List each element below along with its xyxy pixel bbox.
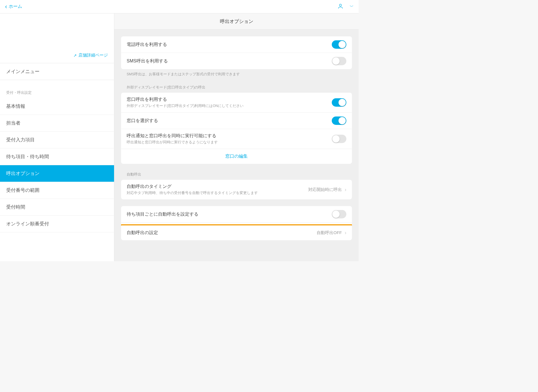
- topbar: ‹ ホーム ﹀: [0, 0, 359, 13]
- row-sub: 対応中タブ利用時、待ち中の受付番号を自動で呼出するタイミングを変更します: [127, 191, 308, 195]
- row-per-item-auto-call: 待ち項目ごとに自動呼出を設定する: [121, 206, 352, 223]
- row-window-call: 窓口呼出を利用する 外部ディスプレイモード(窓口呼出タイプ)利用時にはONにして…: [121, 93, 352, 113]
- row-title: 呼出通知と窓口呼出を同時に実行可能にする: [127, 133, 332, 139]
- card-auto-call-timing: 自動呼出のタイミング 対応中タブ利用時、待ち中の受付番号を自動で呼出するタイミン…: [121, 180, 352, 199]
- row-title: 自動呼出の設定: [127, 230, 317, 236]
- sidebar: ↗ 店舗詳細ページ メインメニュー 受付・呼出設定 基本情報 担当者 受付入力項…: [0, 13, 114, 261]
- chevron-left-icon: ‹: [5, 3, 7, 10]
- back-button[interactable]: ‹ ホーム: [5, 3, 22, 10]
- toggle-sms-call[interactable]: [332, 57, 346, 65]
- chevron-right-icon: ›: [345, 230, 346, 236]
- row-title: 自動呼出のタイミング: [127, 184, 308, 190]
- row-sms-call: SMS呼出を利用する: [121, 53, 352, 69]
- sidebar-item-wait-items[interactable]: 待ち項目・待ち時間: [0, 148, 114, 165]
- row-sub: 呼出通知と窓口呼出が同時に実行できるようになります: [127, 140, 332, 145]
- section-label-auto-call: 自動呼出: [121, 164, 352, 180]
- store-detail-link[interactable]: ↗ 店舗詳細ページ: [73, 53, 108, 58]
- sidebar-item-reception-input[interactable]: 受付入力項目: [0, 132, 114, 148]
- sidebar-top-area: ↗ 店舗詳細ページ: [0, 13, 114, 63]
- card-auto-call-settings: 待ち項目ごとに自動呼出を設定する 自動呼出の設定 自動呼出OFF ›: [121, 206, 352, 240]
- row-title: SMS呼出を利用する: [127, 58, 332, 64]
- store-link-label: 店舗詳細ページ: [78, 53, 108, 58]
- row-title: 待ち項目ごとに自動呼出を設定する: [127, 211, 332, 217]
- edit-window-link[interactable]: 窓口の編集: [225, 154, 248, 158]
- toggle-window-call[interactable]: [332, 98, 346, 107]
- topbar-right: ﹀: [337, 3, 354, 10]
- main: 呼出オプション 電話呼出を利用する SMS呼出を利用する SMS呼出は、お客様モ…: [114, 13, 359, 261]
- section-label-display-mode: 外部ディスプレイモード(窓口呼出タイプ)の呼出: [121, 77, 352, 93]
- card-call-methods: 電話呼出を利用する SMS呼出を利用する: [121, 36, 352, 69]
- sidebar-item-online-queue[interactable]: オンライン順番受付: [0, 216, 114, 232]
- toggle-window-select[interactable]: [332, 116, 346, 125]
- row-title: 窓口を選択する: [127, 118, 332, 124]
- chevron-right-icon: ›: [345, 187, 346, 193]
- row-window-select: 窓口を選択する: [121, 113, 352, 129]
- chevron-down-icon[interactable]: ﹀: [350, 4, 354, 9]
- row-edit-window: 窓口の編集: [121, 149, 352, 164]
- user-icon[interactable]: [337, 3, 344, 10]
- sidebar-item-number-range[interactable]: 受付番号の範囲: [0, 182, 114, 199]
- row-title: 窓口呼出を利用する: [127, 97, 332, 102]
- sidebar-item-call-options[interactable]: 呼出オプション: [0, 165, 114, 182]
- highlight-auto-call-setting: 自動呼出の設定 自動呼出OFF ›: [121, 224, 352, 240]
- sidebar-main-menu[interactable]: メインメニュー: [0, 63, 114, 80]
- row-title: 電話呼出を利用する: [127, 42, 332, 48]
- back-label: ホーム: [9, 4, 22, 10]
- svg-point-0: [339, 4, 341, 6]
- row-auto-call-setting[interactable]: 自動呼出の設定 自動呼出OFF ›: [121, 225, 352, 240]
- sidebar-section-header: 受付・呼出設定: [0, 87, 114, 98]
- toggle-per-item[interactable]: [332, 210, 346, 218]
- card-window-call: 窓口呼出を利用する 外部ディスプレイモード(窓口呼出タイプ)利用時にはONにして…: [121, 93, 352, 164]
- row-auto-call-timing[interactable]: 自動呼出のタイミング 対応中タブ利用時、待ち中の受付番号を自動で呼出するタイミン…: [121, 180, 352, 199]
- sidebar-item-basic-info[interactable]: 基本情報: [0, 98, 114, 115]
- page-title: 呼出オプション: [114, 13, 359, 30]
- external-link-icon: ↗: [73, 53, 77, 58]
- row-sub: 外部ディスプレイモード(窓口呼出タイプ)利用時にはONにしてください: [127, 104, 332, 108]
- sms-footnote: SMS呼出は、お客様モードまたはステップ形式の受付で利用できます: [121, 69, 352, 77]
- toggle-simultaneous[interactable]: [332, 135, 346, 143]
- row-phone-call: 電話呼出を利用する: [121, 36, 352, 53]
- row-value: 対応開始時に呼出: [308, 187, 342, 192]
- toggle-phone-call[interactable]: [332, 40, 346, 49]
- sidebar-item-staff[interactable]: 担当者: [0, 115, 114, 132]
- sidebar-item-reception-hours[interactable]: 受付時間: [0, 199, 114, 216]
- row-value: 自動呼出OFF: [317, 230, 342, 235]
- row-simultaneous-call: 呼出通知と窓口呼出を同時に実行可能にする 呼出通知と窓口呼出が同時に実行できるよ…: [121, 129, 352, 149]
